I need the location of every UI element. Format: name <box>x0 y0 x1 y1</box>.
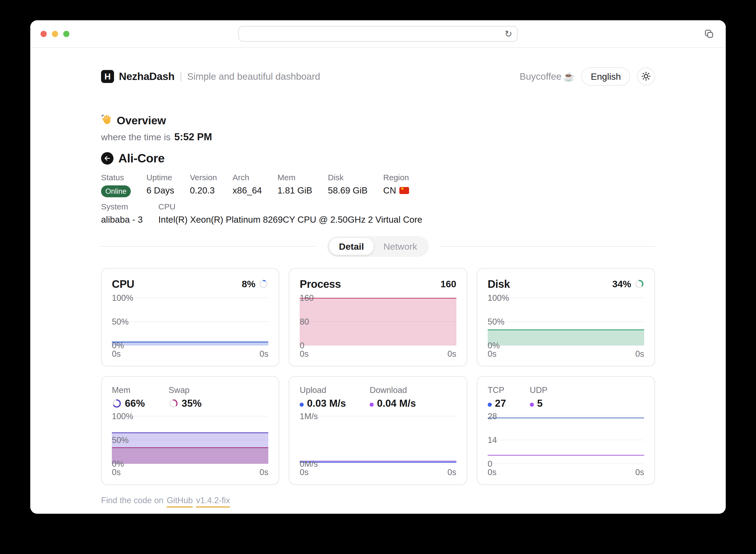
x-axis-start: 0s <box>488 349 497 359</box>
reload-icon[interactable]: ↻ <box>505 29 513 38</box>
zoom-window-button[interactable] <box>63 31 69 37</box>
field-label: Version <box>190 173 217 182</box>
field-cpu-model: CPU Intel(R) Xeon(R) Platinum 8269CY CPU… <box>158 202 422 225</box>
address-bar[interactable]: ↻ <box>238 26 518 42</box>
udp-dot-icon <box>530 398 534 409</box>
process-card: Process 160 160800 0s 0s <box>289 268 467 367</box>
browser-window: ↻ H NezhaDash Simple and beautiful dashb… <box>30 20 726 514</box>
cpu-chart: 100%50%0% <box>112 298 268 345</box>
field-value: Intel(R) Xeon(R) Platinum 8269CY CPU @ 2… <box>158 215 422 225</box>
download-dot-icon <box>370 398 374 409</box>
field-label: Uptime <box>147 173 174 182</box>
mem-swap-chart: 100%50%0% <box>112 416 268 464</box>
copy-tabs-icon[interactable] <box>703 28 715 40</box>
process-chart: 160800 <box>300 298 456 345</box>
divider-left <box>101 246 316 247</box>
field-label: Arch <box>233 173 262 182</box>
back-button[interactable] <box>101 152 113 165</box>
copyright-text: © 2020-2024 <box>101 512 150 513</box>
field-status: Status Online <box>101 173 131 197</box>
server-info-row-2: System alibaba - 3 CPU Intel(R) Xeon(R) … <box>101 202 655 225</box>
overview-heading: Overview <box>117 115 166 127</box>
window-controls <box>41 20 69 47</box>
network-speed-chart: 1M/s0M/s <box>300 416 456 464</box>
tab-detail[interactable]: Detail <box>329 238 374 255</box>
swap-usage-ring <box>169 399 178 408</box>
x-axis-end: 0s <box>260 349 269 359</box>
page-footer: Find the code on GitHub v1.4.2-fix © 202… <box>101 496 655 513</box>
x-axis-start: 0s <box>300 467 308 477</box>
charts-grid: CPU 8% 100%50%0% 0s 0s <box>101 268 655 485</box>
field-version: Version 0.20.3 <box>190 173 217 196</box>
version-link[interactable]: v1.4.2-fix <box>196 496 230 507</box>
upload-value: 0.03 M/s <box>307 398 346 409</box>
mem-swap-card: Mem 66% Swap 35% <box>101 376 279 485</box>
field-disk: Disk 58.69 GiB <box>328 173 368 196</box>
status-badge: Online <box>101 185 131 197</box>
process-card-title: Process <box>300 278 341 290</box>
field-value: 6 Days <box>147 185 174 196</box>
time-prefix: where the time is <box>101 132 171 143</box>
cn-flag-icon <box>399 187 409 194</box>
field-value: 58.69 GiB <box>328 185 368 196</box>
process-count-value: 160 <box>441 279 456 289</box>
buycoffee-label: Buycoffee <box>520 71 562 82</box>
desktop-background: ↻ H NezhaDash Simple and beautiful dashb… <box>0 0 756 554</box>
upload-dot-icon <box>300 398 304 409</box>
upload-label: Upload <box>300 385 346 395</box>
server-name: Ali-Core <box>118 151 165 165</box>
brand-separator <box>180 72 181 81</box>
mem-stat: Mem 66% <box>112 385 145 409</box>
x-axis-start: 0s <box>112 349 121 359</box>
app-logo-icon: H <box>101 70 114 83</box>
field-mem: Mem 1.81 GiB <box>278 173 312 196</box>
mem-label: Mem <box>112 385 145 395</box>
overview-title: Overview <box>101 114 655 127</box>
field-value: 1.81 GiB <box>278 185 312 196</box>
minimize-window-button[interactable] <box>52 31 58 37</box>
tcp-label: TCP <box>488 385 506 395</box>
field-label: Region <box>383 173 409 182</box>
upload-stat: Upload 0.03 M/s <box>300 385 346 409</box>
download-value: 0.04 M/s <box>377 398 416 409</box>
close-window-button[interactable] <box>41 31 47 37</box>
field-system: System alibaba - 3 <box>101 202 143 225</box>
field-label: Mem <box>278 173 312 182</box>
field-value: 0.20.3 <box>190 185 217 196</box>
disk-usage-value: 34% <box>612 279 631 289</box>
theme-toggle-button[interactable] <box>637 67 655 86</box>
buycoffee-link[interactable]: Buycoffee ☕ <box>520 71 574 82</box>
swap-label: Swap <box>169 385 201 395</box>
current-time: 5:52 PM <box>174 131 212 143</box>
tab-group: Detail Network <box>327 236 428 257</box>
udp-stat: UDP 5 <box>530 385 547 409</box>
github-link[interactable]: GitHub <box>167 496 193 507</box>
tab-network[interactable]: Network <box>374 238 427 255</box>
cpu-card-title: CPU <box>112 278 134 290</box>
field-label: Disk <box>328 173 368 182</box>
app-header: H NezhaDash Simple and beautiful dashboa… <box>101 69 655 84</box>
network-speed-card: Upload 0.03 M/s Download 0.04 <box>289 376 467 485</box>
cpu-card: CPU 8% 100%50%0% 0s 0s <box>101 268 279 367</box>
footer-text: Find the code on <box>101 496 164 505</box>
app-name: NezhaDash <box>119 70 175 82</box>
x-axis-end: 0s <box>448 467 456 477</box>
mem-usage-value: 66% <box>125 398 145 409</box>
language-button[interactable]: English <box>581 67 630 86</box>
field-uptime: Uptime 6 Days <box>147 173 174 196</box>
disk-card: Disk 34% 100%50%0% 0s 0s <box>477 268 655 367</box>
cpu-usage-value: 8% <box>242 279 255 289</box>
tcp-dot-icon <box>488 398 492 409</box>
dashboard-page: H NezhaDash Simple and beautiful dashboa… <box>30 48 726 513</box>
divider-right <box>440 246 655 247</box>
brand[interactable]: H NezhaDash Simple and beautiful dashboa… <box>101 70 320 83</box>
connections-chart: 28140 <box>488 416 644 464</box>
field-arch: Arch x86_64 <box>233 173 262 196</box>
field-label: System <box>101 202 143 211</box>
server-info-row-1: Status Online Uptime 6 Days Version 0.20… <box>101 173 655 197</box>
field-label: CPU <box>158 202 422 211</box>
author-handle: @Hamster1963 <box>154 512 213 513</box>
waving-hand-icon <box>101 114 112 127</box>
time-line: where the time is 5:52 PM <box>101 131 655 143</box>
browser-titlebar: ↻ <box>30 20 726 48</box>
